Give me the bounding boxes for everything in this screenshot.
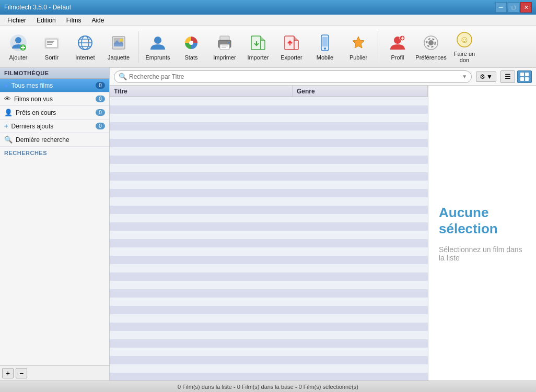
film-row[interactable]	[110, 256, 428, 264]
toolbar-sortir[interactable]: Sortir	[36, 28, 68, 66]
toolbar-importer[interactable]: Importer	[242, 28, 274, 66]
svg-rect-22	[220, 44, 229, 50]
menubar: Fichier Edition Films Aide	[0, 15, 536, 26]
film-row[interactable]	[110, 222, 428, 231]
film-row[interactable]	[110, 105, 428, 114]
film-row[interactable]	[110, 114, 428, 122]
film-row[interactable]	[110, 314, 428, 323]
film-row[interactable]	[110, 231, 428, 239]
toolbar-publier-label: Publier	[349, 54, 367, 61]
toolbar-sortir-label: Sortir	[45, 54, 59, 61]
sidebar-item-tous-mes-films[interactable]: ● Tous mes films 0	[0, 79, 109, 92]
sidebar-item-prets-en-cours[interactable]: 👤 Prêts en cours 0	[0, 106, 109, 120]
film-row[interactable]	[110, 172, 428, 181]
derniers-ajouts-label: Derniers ajouts	[11, 123, 96, 130]
titlebar-title: Filmotech 3.5.0 - Défaut	[4, 4, 71, 11]
film-row[interactable]	[110, 122, 428, 130]
toolbar-profil[interactable]: Profil	[381, 28, 414, 66]
film-row[interactable]	[110, 97, 428, 105]
menu-fichier[interactable]: Fichier	[2, 16, 31, 25]
film-row[interactable]	[110, 272, 428, 281]
film-row[interactable]	[110, 306, 428, 314]
toolbar-jaquette-label: Jaquette	[108, 54, 130, 61]
view-list-button[interactable]: ☰	[500, 70, 515, 83]
menu-aide[interactable]: Aide	[86, 16, 109, 25]
film-row[interactable]	[110, 281, 428, 289]
film-row[interactable]	[110, 147, 428, 156]
toolbar-emprunts[interactable]: Emprunts	[142, 28, 174, 66]
sidebar-item-derniers-ajouts[interactable]: + Derniers ajouts 0	[0, 120, 109, 133]
toolbar-faire-don[interactable]: ☺ Faire un don	[448, 28, 481, 66]
minimize-button[interactable]: ─	[495, 2, 507, 13]
film-row[interactable]	[110, 331, 428, 339]
toolbar-publier[interactable]: Publier	[342, 28, 375, 66]
svg-point-34	[324, 47, 326, 50]
film-row[interactable]	[110, 130, 428, 139]
view-grid-button[interactable]	[517, 70, 532, 83]
toolbar-internet[interactable]: Internet	[69, 28, 101, 66]
list-settings-button[interactable]: ⚙ ▼	[476, 72, 496, 82]
tous-mes-films-label: Tous mes films	[11, 82, 96, 89]
film-row[interactable]	[110, 239, 428, 247]
film-list-header: Titre Genre	[110, 86, 428, 97]
svg-marker-30	[294, 36, 298, 40]
film-row[interactable]	[110, 289, 428, 298]
toolbar-ajouter[interactable]: Ajouter	[2, 28, 34, 66]
film-row[interactable]	[110, 247, 428, 256]
exporter-icon	[282, 33, 301, 52]
film-row[interactable]	[110, 197, 428, 206]
sidebar-item-films-non-vus[interactable]: 👁 Films non vus 0	[0, 92, 109, 106]
svg-rect-47	[525, 77, 529, 81]
film-row[interactable]	[110, 298, 428, 306]
film-row[interactable]	[110, 348, 428, 356]
toolbar-preferences[interactable]: Préférences	[415, 28, 447, 66]
imprimer-icon	[215, 33, 234, 52]
film-row[interactable]	[110, 164, 428, 172]
svg-rect-44	[520, 73, 524, 76]
jaquette-icon	[109, 33, 128, 52]
close-button[interactable]: ✕	[520, 2, 532, 13]
menu-edition[interactable]: Edition	[31, 16, 61, 25]
main-layout: FILMOTHÈQUE ● Tous mes films 0 👁 Films n…	[0, 68, 536, 381]
film-row[interactable]	[110, 214, 428, 222]
search-dropdown-icon[interactable]: ▼	[462, 74, 467, 79]
toolbar-mobile[interactable]: Mobile	[309, 28, 341, 66]
column-header-genre: Genre	[293, 86, 428, 97]
toolbar-exporter-label: Exporter	[281, 54, 302, 61]
film-row[interactable]	[110, 339, 428, 348]
preferences-icon	[422, 33, 440, 52]
sidebar-add-button[interactable]: +	[2, 368, 14, 378]
film-row[interactable]	[110, 323, 428, 331]
toolbar-sep-2	[378, 31, 378, 63]
mobile-icon	[316, 33, 334, 52]
search-input[interactable]	[129, 73, 460, 80]
film-row[interactable]	[110, 364, 428, 373]
toolbar-exporter[interactable]: Exporter	[275, 28, 308, 66]
sidebar-item-derniere-recherche[interactable]: 🔍 Dernière recherche	[0, 133, 109, 147]
sortir-icon	[42, 33, 61, 52]
svg-point-18	[154, 37, 161, 44]
toolbar-stats[interactable]: Stats	[175, 28, 207, 66]
toolbar-jaquette[interactable]: Jaquette	[102, 28, 135, 66]
maximize-button[interactable]: □	[508, 2, 519, 13]
svg-point-19	[189, 41, 193, 45]
film-row[interactable]	[110, 139, 428, 147]
detail-panel: Aucune sélection Sélectionnez un film da…	[428, 86, 536, 381]
film-row[interactable]	[110, 373, 428, 381]
film-row[interactable]	[110, 156, 428, 164]
menu-films[interactable]: Films	[61, 16, 87, 25]
film-row[interactable]	[110, 356, 428, 364]
film-row[interactable]	[110, 189, 428, 197]
emprunts-icon	[148, 33, 167, 52]
view-options: ☰	[500, 70, 532, 83]
film-row[interactable]	[110, 206, 428, 214]
film-row[interactable]	[110, 264, 428, 272]
films-non-vus-icon: 👁	[4, 95, 11, 103]
sidebar-remove-button[interactable]: −	[16, 368, 27, 378]
tous-mes-films-icon: ●	[4, 81, 8, 89]
film-row[interactable]	[110, 181, 428, 189]
add-icon	[9, 33, 28, 52]
derniere-recherche-icon: 🔍	[4, 136, 13, 144]
toolbar-imprimer[interactable]: Imprimer	[208, 28, 241, 66]
publier-icon	[349, 33, 368, 52]
